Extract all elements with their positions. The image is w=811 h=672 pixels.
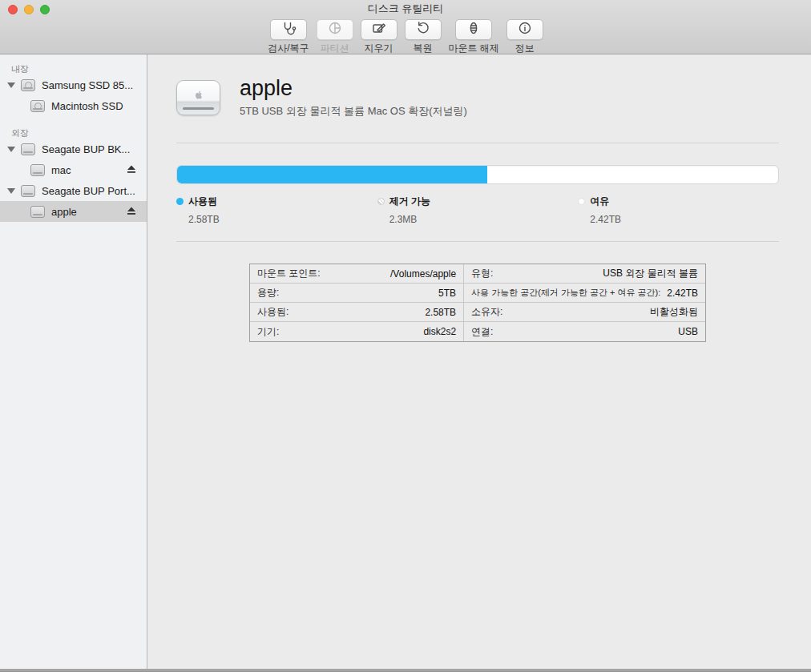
details-right-column: 유형: USB 외장 물리적 볼륨 사용 가능한 공간(제거 가능한 공간 + … xyxy=(464,264,705,341)
sidebar-item-label: Seagate BUP BK... xyxy=(42,143,130,155)
divider xyxy=(176,143,779,143)
legend-value: 2.3MB xyxy=(389,214,579,225)
usage-legend: 사용됨 2.58TB 제거 가능 2.3MB 여유 2.42TB xyxy=(176,195,779,225)
detail-row-connection: 연결: USB xyxy=(464,322,705,341)
unmount-label: 마운트 해제 xyxy=(449,42,499,55)
detail-row-available: 사용 가능한 공간(제거 가능한 공간 + 여유 공간): 2.42TB xyxy=(464,284,705,303)
legend-value: 2.58TB xyxy=(188,214,377,225)
partition-label: 파티션 xyxy=(321,42,349,55)
main-pane: apple 5TB USB 외장 물리적 볼륨 Mac OS 확장(저널링) 사… xyxy=(147,54,811,669)
used-swatch-icon xyxy=(176,198,184,205)
disclosure-triangle-icon[interactable] xyxy=(7,188,15,194)
zoom-button[interactable] xyxy=(40,5,50,14)
disk-icon xyxy=(30,206,45,218)
restore-button[interactable]: 복원 xyxy=(405,19,442,55)
window-title: 디스크 유틸리티 xyxy=(368,2,444,16)
legend-value: 2.42TB xyxy=(590,214,779,225)
erase-label: 지우기 xyxy=(365,42,393,55)
first-aid-button[interactable]: 검사/복구 xyxy=(268,19,309,55)
sidebar-section-external: 외장 xyxy=(0,124,147,139)
restore-label: 복원 xyxy=(414,42,433,55)
legend-item-used: 사용됨 2.58TB xyxy=(176,195,377,225)
legend-label: 제거 가능 xyxy=(389,195,430,208)
close-button[interactable] xyxy=(8,5,18,14)
usage-bar-used xyxy=(177,166,487,183)
sidebar-item-seagate-bup-bk[interactable]: Seagate BUP BK... xyxy=(0,139,147,159)
disk-icon xyxy=(30,100,45,112)
eject-icon[interactable] xyxy=(127,207,136,215)
sidebar-section-internal: 내장 xyxy=(0,60,147,74)
info-label: 정보 xyxy=(515,42,535,55)
external-drive-icon xyxy=(176,80,220,115)
legend-label: 사용됨 xyxy=(188,195,217,208)
volume-title: apple xyxy=(240,77,467,101)
sidebar-item-label: apple xyxy=(51,206,77,218)
detail-row-capacity: 용량: 5TB xyxy=(250,284,463,303)
traffic-lights xyxy=(8,5,50,14)
sidebar-item-label: Samsung SSD 85... xyxy=(42,79,133,91)
divider xyxy=(176,241,779,242)
detail-row-device: 기기: disk2s2 xyxy=(250,322,463,341)
minimize-button[interactable] xyxy=(24,5,34,14)
sidebar-item-samsung-ssd[interactable]: Samsung SSD 85... xyxy=(0,74,147,95)
partition-icon xyxy=(327,20,343,39)
disclosure-triangle-icon[interactable] xyxy=(7,147,15,152)
detail-row-type: 유형: USB 외장 물리적 볼륨 xyxy=(464,264,705,284)
volume-header: apple 5TB USB 외장 물리적 볼륨 Mac OS 확장(저널링) xyxy=(176,75,779,120)
sidebar: 내장 Samsung SSD 85... Macintosh SSD 외장 Se… xyxy=(0,54,147,669)
detail-row-owners: 소유자: 비활성화됨 xyxy=(464,303,705,322)
sidebar-item-label: Seagate BUP Port... xyxy=(42,185,135,197)
sidebar-item-label: Macintosh SSD xyxy=(51,100,123,112)
disk-icon xyxy=(21,185,35,197)
detail-row-mount-point: 마운트 포인트: /Volumes/apple xyxy=(250,264,463,284)
unmount-icon xyxy=(466,20,482,39)
info-icon xyxy=(517,20,533,39)
legend-item-free: 여유 2.42TB xyxy=(578,195,779,225)
detail-row-used: 사용됨: 2.58TB xyxy=(250,303,463,322)
details-table: 마운트 포인트: /Volumes/apple 용량: 5TB 사용됨: 2.5… xyxy=(249,264,706,342)
purgeable-swatch-icon xyxy=(377,198,385,205)
partition-button[interactable]: 파티션 xyxy=(317,19,353,55)
sidebar-item-seagate-bup-port[interactable]: Seagate BUP Port... xyxy=(0,180,147,201)
restore-icon xyxy=(415,20,431,39)
free-swatch-icon xyxy=(578,198,585,205)
disk-icon xyxy=(21,143,35,155)
window-bottom-edge xyxy=(0,669,811,672)
sidebar-item-macintosh-ssd[interactable]: Macintosh SSD xyxy=(0,95,147,116)
erase-icon xyxy=(371,20,387,39)
eject-icon[interactable] xyxy=(127,165,136,174)
disclosure-triangle-icon[interactable] xyxy=(7,82,15,88)
legend-label: 여유 xyxy=(590,195,609,208)
sidebar-item-apple[interactable]: apple xyxy=(0,201,147,222)
unmount-button[interactable]: 마운트 해제 xyxy=(449,19,499,55)
disk-icon xyxy=(30,164,45,176)
window-chrome: 디스크 유틸리티 검사/복구 파티션 지우기 복원 xyxy=(0,0,811,54)
titlebar: 디스크 유틸리티 xyxy=(0,0,811,18)
legend-item-purgeable: 제거 가능 2.3MB xyxy=(377,195,579,225)
erase-button[interactable]: 지우기 xyxy=(361,19,397,55)
info-button[interactable]: 정보 xyxy=(506,19,543,55)
first-aid-label: 검사/복구 xyxy=(268,42,309,55)
volume-subtitle: 5TB USB 외장 물리적 볼륨 Mac OS 확장(저널링) xyxy=(240,104,467,119)
sidebar-item-mac[interactable]: mac xyxy=(0,159,147,180)
usage-bar xyxy=(176,165,779,184)
details-left-column: 마운트 포인트: /Volumes/apple 용량: 5TB 사용됨: 2.5… xyxy=(250,264,464,341)
sidebar-item-label: mac xyxy=(51,164,71,176)
first-aid-icon xyxy=(280,20,297,39)
disk-icon xyxy=(21,79,35,91)
toolbar: 검사/복구 파티션 지우기 복원 마운트 해제 xyxy=(0,18,811,54)
